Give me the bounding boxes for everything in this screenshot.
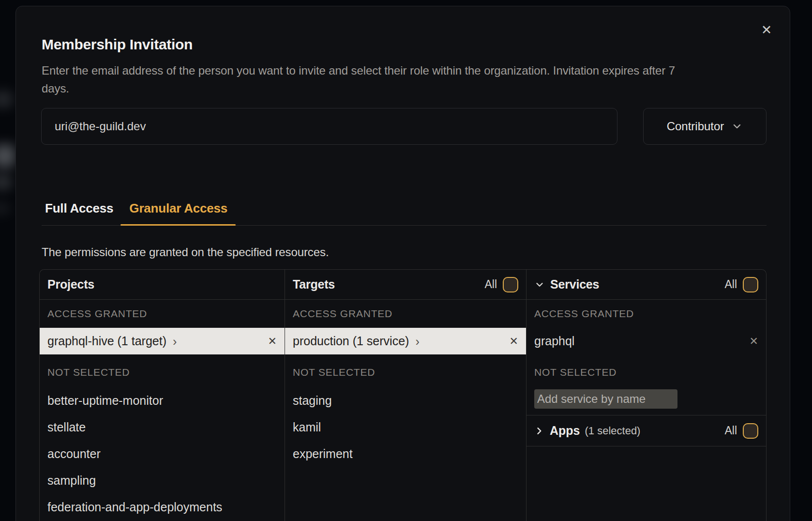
apps-all-checkbox[interactable] xyxy=(743,423,758,439)
remove-service-icon[interactable]: ✕ xyxy=(750,336,758,347)
projects-not-selected-label: NOT SELECTED xyxy=(40,354,285,387)
membership-invitation-modal: ✕ Membership Invitation Enter the email … xyxy=(15,6,790,521)
apps-selected-count: (1 selected) xyxy=(585,425,641,437)
remove-target-icon[interactable]: ✕ xyxy=(510,336,518,347)
project-selected-label: graphql-hive (1 target) xyxy=(47,334,166,348)
modal-title: Membership Invitation xyxy=(42,36,193,53)
chevron-right-icon xyxy=(534,426,544,436)
target-item[interactable]: kamil xyxy=(285,414,526,441)
modal-description-line2: days. xyxy=(42,79,675,97)
role-select-value: Contributor xyxy=(667,120,724,133)
project-item[interactable]: stellate xyxy=(40,414,285,441)
targets-not-selected-label: NOT SELECTED xyxy=(285,354,526,387)
project-row-selected[interactable]: graphql-hive (1 target) › ✕ xyxy=(40,328,285,354)
project-item[interactable]: accounter xyxy=(40,441,285,467)
project-item[interactable]: sampling xyxy=(40,467,285,494)
service-granted-label: graphql xyxy=(534,334,574,348)
service-row-granted[interactable]: graphql ✕ xyxy=(526,328,766,354)
remove-project-icon[interactable]: ✕ xyxy=(268,336,277,347)
background-blur-artifact xyxy=(0,202,10,214)
services-access-granted-label: ACCESS GRANTED xyxy=(526,300,766,328)
targets-all-checkbox[interactable] xyxy=(503,277,518,292)
target-row-selected[interactable]: production (1 service) › ✕ xyxy=(285,328,526,354)
permissions-info-text: The permissions are granted on the speci… xyxy=(42,245,329,259)
services-column: Services All ACCESS GRANTED graphql ✕ NO… xyxy=(526,270,766,521)
projects-column: Projects ACCESS GRANTED graphql-hive (1 … xyxy=(40,270,285,521)
modal-description: Enter the email address of the person yo… xyxy=(42,61,675,97)
target-item[interactable]: staging xyxy=(285,387,526,414)
tab-full-access[interactable]: Full Access xyxy=(45,201,113,216)
target-item[interactable]: experiment xyxy=(285,441,526,467)
targets-column-header: Targets All xyxy=(285,270,526,300)
project-item[interactable]: better-uptime-monitor xyxy=(40,387,285,414)
resources-permission-table: Projects ACCESS GRANTED graphql-hive (1 … xyxy=(39,269,767,521)
background-blur-artifact xyxy=(0,144,15,168)
services-all-label: All xyxy=(724,278,737,291)
targets-column-title: Targets xyxy=(293,277,335,291)
services-column-title: Services xyxy=(550,277,599,291)
project-item[interactable]: federation-and-app-deployments xyxy=(40,494,285,521)
tab-granular-access[interactable]: Granular Access xyxy=(129,201,227,216)
services-section: ACCESS GRANTED graphql ✕ NOT SELECTED xyxy=(526,300,766,415)
projects-access-granted-label: ACCESS GRANTED xyxy=(40,300,285,328)
background-blur-artifact xyxy=(0,174,12,190)
projects-column-header: Projects xyxy=(40,270,285,300)
targets-access-granted-label: ACCESS GRANTED xyxy=(285,300,526,328)
services-all-checkbox[interactable] xyxy=(743,277,758,292)
services-column-header[interactable]: Services All xyxy=(526,270,766,300)
chevron-down-icon xyxy=(534,279,545,290)
target-selected-label: production (1 service) xyxy=(293,334,409,348)
chevron-right-icon: › xyxy=(173,335,177,348)
close-icon[interactable]: ✕ xyxy=(759,22,774,38)
projects-column-title: Projects xyxy=(47,277,94,291)
apps-title: Apps xyxy=(550,424,580,438)
apps-section-row[interactable]: Apps (1 selected) All xyxy=(526,415,766,446)
modal-description-line1: Enter the email address of the person yo… xyxy=(42,61,675,79)
services-not-selected-label: NOT SELECTED xyxy=(526,354,766,387)
add-service-input[interactable] xyxy=(534,389,677,409)
access-tabs: Full Access Granular Access xyxy=(45,201,227,216)
invite-email-input[interactable] xyxy=(41,108,617,145)
role-select[interactable]: Contributor xyxy=(643,108,767,145)
targets-column: Targets All ACCESS GRANTED production (1… xyxy=(285,270,526,521)
background-blur-artifact xyxy=(0,91,13,107)
targets-all-label: All xyxy=(484,278,497,291)
chevron-right-icon: › xyxy=(415,335,419,348)
active-tab-underline xyxy=(120,224,236,226)
apps-all-label: All xyxy=(724,424,737,437)
chevron-down-icon xyxy=(731,121,743,132)
